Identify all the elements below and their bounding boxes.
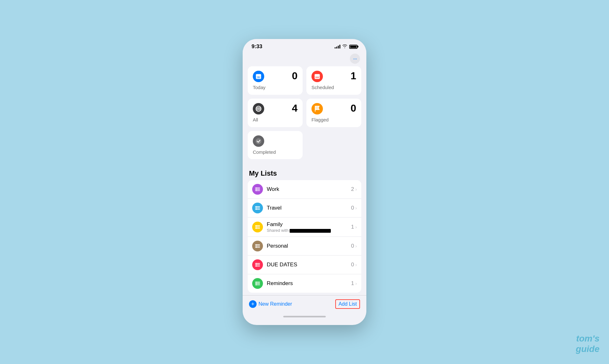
scheduled-icon — [311, 71, 323, 82]
completed-icon — [253, 135, 264, 147]
all-label: All — [253, 117, 298, 122]
new-reminder-button[interactable]: + New Reminder — [249, 300, 292, 308]
wifi-icon — [342, 44, 347, 49]
due-dates-name: DUE DATES — [267, 262, 351, 268]
svg-point-33 — [256, 245, 257, 246]
smart-card-scheduled[interactable]: 1 Scheduled — [306, 66, 361, 95]
travel-icon — [252, 203, 263, 213]
plus-circle-icon: + — [249, 300, 257, 308]
svg-point-22 — [256, 209, 257, 210]
today-icon: 31 — [253, 71, 264, 82]
flagged-count: 0 — [350, 103, 356, 113]
travel-count: 0 — [351, 205, 354, 211]
watermark: tom'sguide — [576, 333, 599, 354]
travel-chevron: › — [355, 205, 357, 211]
personal-count: 0 — [351, 243, 354, 249]
svg-point-6 — [317, 77, 318, 78]
personal-name: Personal — [267, 243, 351, 249]
svg-point-40 — [256, 266, 257, 267]
scheduled-label: Scheduled — [311, 85, 356, 90]
due-dates-count: 0 — [351, 262, 354, 268]
my-lists-title: My Lists — [248, 169, 361, 178]
add-list-label: Add List — [338, 301, 357, 307]
family-chevron: › — [355, 224, 357, 230]
family-count: 1 — [351, 224, 354, 230]
svg-point-28 — [256, 228, 257, 229]
new-reminder-label: New Reminder — [259, 301, 292, 307]
svg-point-10 — [256, 138, 261, 144]
personal-icon — [252, 241, 263, 251]
list-item-family[interactable]: Family Shared with 1 › — [248, 218, 361, 237]
svg-point-5 — [316, 77, 317, 78]
work-count: 2 — [351, 186, 354, 192]
work-icon — [252, 184, 263, 195]
today-label: Today — [253, 85, 298, 90]
add-list-button[interactable]: Add List — [335, 299, 360, 309]
smart-card-all[interactable]: 4 All — [248, 99, 303, 127]
svg-point-44 — [256, 282, 257, 283]
reminders-icon — [252, 278, 263, 289]
svg-point-15 — [256, 189, 257, 190]
flagged-icon — [311, 103, 323, 114]
svg-point-39 — [256, 264, 257, 265]
reminders-name: Reminders — [267, 280, 351, 287]
svg-point-7 — [318, 77, 319, 78]
svg-text:31: 31 — [257, 76, 260, 79]
svg-point-34 — [256, 247, 257, 248]
all-count: 4 — [292, 103, 298, 113]
my-lists-container: Work 2 › — [248, 180, 361, 293]
smart-card-flagged[interactable]: 0 Flagged — [306, 99, 361, 127]
due-dates-chevron: › — [355, 262, 357, 267]
phone-container: 9:33 ··· — [243, 39, 366, 325]
work-chevron: › — [355, 187, 357, 192]
reminders-chevron: › — [355, 281, 357, 286]
svg-point-21 — [256, 207, 257, 208]
status-time: 9:33 — [252, 43, 262, 50]
svg-point-26 — [256, 225, 257, 226]
more-button-row: ··· — [243, 52, 366, 66]
list-item-travel[interactable]: Travel 0 › — [248, 199, 361, 218]
main-content: 31 0 Today — [243, 66, 366, 293]
status-icons — [335, 44, 357, 49]
svg-point-45 — [256, 283, 257, 284]
due-dates-icon — [252, 259, 263, 270]
status-bar: 9:33 — [243, 39, 366, 52]
ellipsis-icon: ··· — [353, 55, 357, 62]
family-icon — [252, 222, 263, 232]
family-name: Family — [267, 221, 351, 228]
list-item-due-dates[interactable]: DUE DATES 0 › — [248, 256, 361, 274]
svg-rect-4 — [315, 74, 320, 76]
signal-icon — [335, 45, 340, 49]
smart-card-today[interactable]: 31 0 Today — [248, 66, 303, 95]
family-subtitle: Shared with — [267, 228, 351, 233]
svg-point-27 — [256, 226, 257, 227]
svg-point-32 — [256, 244, 257, 245]
smart-lists-grid: 31 0 Today — [248, 66, 361, 127]
list-item-work[interactable]: Work 2 › — [248, 180, 361, 199]
svg-point-14 — [256, 187, 257, 188]
all-icon — [253, 103, 264, 114]
flagged-label: Flagged — [311, 117, 356, 122]
redacted-bar — [290, 229, 331, 233]
svg-point-46 — [256, 284, 257, 285]
completed-row: Completed — [248, 131, 361, 164]
home-indicator — [283, 316, 326, 317]
svg-point-38 — [256, 263, 257, 264]
smart-card-completed[interactable]: Completed — [248, 131, 303, 159]
svg-point-16 — [256, 190, 257, 191]
reminders-count: 1 — [351, 280, 354, 287]
bottom-toolbar: + New Reminder Add List — [243, 295, 366, 313]
battery-icon — [349, 45, 357, 49]
travel-name: Travel — [267, 205, 351, 211]
svg-point-20 — [256, 206, 257, 207]
today-count: 0 — [292, 71, 298, 81]
scheduled-count: 1 — [350, 71, 356, 81]
completed-label: Completed — [253, 149, 298, 155]
list-item-personal[interactable]: Personal 0 › — [248, 237, 361, 256]
more-button[interactable]: ··· — [350, 54, 360, 64]
personal-chevron: › — [355, 244, 357, 249]
list-item-reminders[interactable]: Reminders 1 › — [248, 274, 361, 293]
work-name: Work — [267, 186, 351, 192]
